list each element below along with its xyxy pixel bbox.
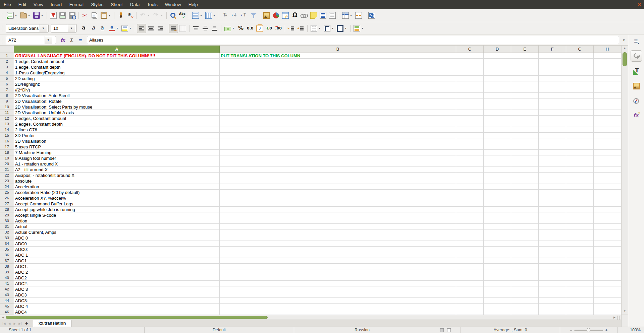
stats-label[interactable]: Average: ; Sum: 0 [461, 328, 560, 332]
document-modified-icon[interactable] [447, 328, 451, 332]
cell-D18[interactable] [484, 150, 511, 155]
cell-B9[interactable] [220, 98, 456, 104]
cell-G32[interactable] [566, 229, 594, 235]
cell-F26[interactable] [539, 195, 566, 201]
cell-B29[interactable] [220, 212, 456, 218]
align-bottom-button[interactable] [210, 24, 219, 33]
input-line[interactable] [87, 36, 619, 44]
cell-F33[interactable] [539, 235, 566, 241]
cell-G43[interactable] [566, 292, 594, 298]
cell-B46[interactable] [220, 309, 456, 315]
cell-B13[interactable] [220, 121, 456, 127]
cell-E18[interactable] [511, 150, 539, 155]
cell-B40[interactable] [220, 275, 456, 281]
cell-G5[interactable] [566, 76, 594, 81]
cell-H11[interactable] [594, 110, 621, 116]
cell-D19[interactable] [484, 155, 511, 161]
cell-F32[interactable] [539, 229, 566, 235]
cell-A31[interactable]: Actual [14, 224, 220, 229]
cell-H5[interactable] [594, 76, 621, 81]
cell-E16[interactable] [511, 138, 539, 144]
previous-sheet-icon[interactable] [7, 322, 12, 327]
cell-E7[interactable] [511, 87, 539, 93]
cell-H17[interactable] [594, 144, 621, 150]
cell-C36[interactable] [456, 252, 484, 258]
cell-C26[interactable] [456, 195, 484, 201]
cell-B27[interactable] [220, 201, 456, 207]
border-color-dropdown-icon[interactable]: ▾ [344, 27, 347, 30]
cell-G28[interactable] [566, 207, 594, 212]
cell-G20[interactable] [566, 161, 594, 167]
cell-E36[interactable] [511, 252, 539, 258]
menu-edit[interactable]: Edit [15, 0, 30, 9]
cell-C11[interactable] [456, 110, 484, 116]
cell-G23[interactable] [566, 178, 594, 184]
cell-G12[interactable] [566, 116, 594, 121]
column-header-B[interactable]: B [220, 46, 456, 53]
cell-E10[interactable] [511, 104, 539, 110]
cell-H4[interactable] [594, 70, 621, 76]
cell-E40[interactable] [511, 275, 539, 281]
cell-G26[interactable] [566, 195, 594, 201]
cell-F5[interactable] [539, 76, 566, 81]
cell-A19[interactable]: 8.Assign tool number [14, 155, 220, 161]
cell-H21[interactable] [594, 167, 621, 173]
cell-A34[interactable]: ADC0 [14, 241, 220, 247]
function-wizard-icon[interactable]: fx [59, 37, 67, 43]
cell-B14[interactable] [220, 127, 456, 133]
cell-B31[interactable] [220, 224, 456, 229]
align-left-button[interactable] [137, 24, 146, 33]
number-format-button[interactable] [246, 24, 255, 33]
row-header-7[interactable]: 7 [0, 87, 14, 93]
cell-G16[interactable] [566, 138, 594, 144]
cell-G15[interactable] [566, 133, 594, 138]
cell-B34[interactable] [220, 241, 456, 247]
vertical-scroll-thumb[interactable] [623, 52, 627, 66]
row-header-31[interactable]: 31 [0, 224, 14, 229]
freeze-panes-dropdown-icon[interactable]: ▾ [350, 14, 353, 17]
cell-F18[interactable] [539, 150, 566, 155]
cell-A28[interactable]: Accept jog while Job is running [14, 207, 220, 212]
row-header-38[interactable]: 38 [0, 264, 14, 269]
column-header-A[interactable]: A [14, 46, 220, 53]
cell-E13[interactable] [511, 121, 539, 127]
cell-E29[interactable] [511, 212, 539, 218]
menu-tools[interactable]: Tools [143, 0, 161, 9]
cell-A17[interactable]: 5 axes RTCP [14, 144, 220, 150]
cell-B10[interactable] [220, 104, 456, 110]
cell-A13[interactable]: 2 edges, Constant depth [14, 121, 220, 127]
cell-A32[interactable]: Actual Current, Amps [14, 229, 220, 235]
cell-A3[interactable]: 1 edge, Constant depth [14, 64, 220, 70]
row-header-14[interactable]: 14 [0, 127, 14, 133]
cell-D36[interactable] [484, 252, 511, 258]
row-header-9[interactable]: 9 [0, 98, 14, 104]
save-dropdown-icon[interactable]: ▾ [41, 14, 44, 17]
cell-A5[interactable]: 2D cutting [14, 76, 220, 81]
open-dropdown-icon[interactable]: ▾ [28, 14, 31, 17]
cell-G40[interactable] [566, 275, 594, 281]
insert-column-dropdown-icon[interactable]: ▾ [213, 14, 216, 17]
cell-E4[interactable] [511, 70, 539, 76]
cell-H9[interactable] [594, 98, 621, 104]
cell-B17[interactable] [220, 144, 456, 150]
cell-F42[interactable] [539, 286, 566, 292]
selection-mode-icon[interactable] [440, 328, 444, 332]
cell-E45[interactable] [511, 304, 539, 309]
scroll-up-icon[interactable]: ▲ [622, 47, 628, 50]
row-header-27[interactable]: 27 [0, 201, 14, 207]
row-header-42[interactable]: 42 [0, 286, 14, 292]
cell-H10[interactable] [594, 104, 621, 110]
vertical-scrollbar[interactable]: ▲ ▼ [621, 46, 628, 327]
center-vertically-button[interactable] [201, 24, 210, 33]
cell-G13[interactable] [566, 121, 594, 127]
cell-B2[interactable] [220, 59, 456, 64]
cell-C8[interactable] [456, 93, 484, 98]
decrease-indent-button[interactable] [296, 24, 306, 33]
cell-D5[interactable] [484, 76, 511, 81]
menu-data[interactable]: Data [126, 0, 144, 9]
cell-B7[interactable] [220, 87, 456, 93]
cell-D34[interactable] [484, 241, 511, 247]
column-header-E[interactable]: E [511, 46, 539, 53]
cell-F4[interactable] [539, 70, 566, 76]
formula-equals-icon[interactable]: = [76, 37, 85, 43]
